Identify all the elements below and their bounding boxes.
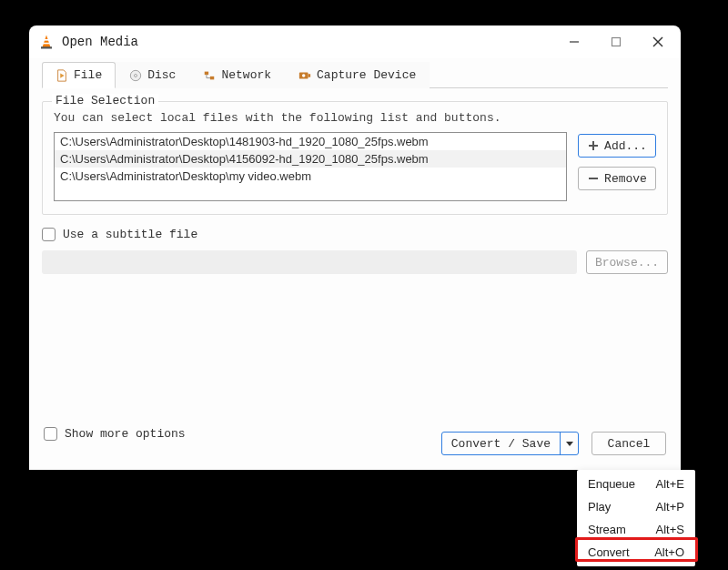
file-icon (56, 69, 68, 82)
menu-item-label: Stream (588, 523, 656, 536)
menu-item-label: Play (588, 500, 656, 514)
file-list[interactable]: C:\Users\Administrator\Desktop\1481903-h… (54, 132, 567, 201)
svg-point-16 (302, 74, 306, 77)
disc-icon (129, 69, 142, 82)
titlebar: Open Media (29, 25, 681, 58)
menu-item-play[interactable]: Play Alt+P (577, 495, 695, 518)
add-button[interactable]: Add... (578, 134, 656, 158)
remove-button-label: Remove (604, 172, 647, 186)
browse-button-label: Browse... (595, 256, 659, 270)
remove-button[interactable]: Remove (578, 167, 656, 190)
svg-point-10 (135, 74, 137, 76)
dialog-footer: Show more options Convert / Save Cancel (42, 402, 668, 461)
tab-file[interactable]: File (42, 62, 116, 88)
cancel-button[interactable]: Cancel (592, 432, 666, 455)
minus-icon (587, 172, 600, 185)
subtitle-checkbox-label: Use a subtitle file (63, 228, 197, 241)
svg-rect-5 (612, 38, 621, 46)
list-item[interactable]: C:\Users\Administrator\Desktop\4156092-h… (55, 150, 566, 168)
subtitle-path-field (42, 250, 577, 274)
tab-capture-device[interactable]: Capture Device (285, 62, 430, 88)
vlc-cone-icon (38, 34, 55, 50)
tab-disc-label: Disc (147, 68, 176, 82)
svg-marker-0 (43, 36, 51, 48)
tab-file-label: File (74, 68, 102, 82)
window-title: Open Media (62, 35, 566, 49)
svg-rect-17 (308, 74, 311, 77)
dialog-body: File Disc Network Capture Device (29, 58, 681, 470)
menu-item-shortcut: Alt+P (656, 500, 684, 514)
window-controls (566, 34, 672, 50)
plus-icon (587, 139, 600, 152)
menu-item-convert[interactable]: Convert Alt+O (577, 541, 695, 564)
menu-item-stream[interactable]: Stream Alt+S (577, 518, 695, 541)
svg-rect-3 (41, 46, 52, 48)
convert-save-dropdown-toggle[interactable] (560, 433, 578, 454)
subtitle-checkbox[interactable] (42, 228, 56, 241)
svg-rect-11 (205, 71, 208, 75)
capture-device-icon (298, 69, 311, 82)
show-more-label: Show more options (65, 427, 186, 441)
convert-save-button[interactable]: Convert / Save (441, 432, 579, 455)
browse-button: Browse... (586, 250, 668, 274)
close-button[interactable] (650, 34, 666, 50)
menu-item-label: Convert (588, 545, 654, 559)
convert-save-menu: Enqueue Alt+E Play Alt+P Stream Alt+S Co… (577, 470, 695, 566)
subtitle-option: Use a subtitle file (42, 228, 668, 241)
caret-down-icon (565, 439, 574, 448)
source-tabs: File Disc Network Capture Device (42, 62, 668, 88)
convert-save-label: Convert / Save (442, 437, 560, 451)
file-selection-helper: You can select local files with the foll… (54, 111, 656, 125)
list-item[interactable]: C:\Users\Administrator\Desktop\1481903-h… (55, 133, 566, 150)
menu-item-enqueue[interactable]: Enqueue Alt+E (577, 473, 695, 495)
minimize-button[interactable] (566, 34, 582, 50)
tab-network[interactable]: Network (189, 62, 285, 88)
tab-capture-label: Capture Device (317, 68, 416, 82)
show-more-options[interactable]: Show more options (44, 427, 186, 441)
menu-item-shortcut: Alt+O (654, 545, 684, 559)
svg-marker-21 (566, 442, 573, 446)
file-selection-legend: File Selection (52, 94, 158, 107)
svg-rect-1 (44, 39, 48, 41)
svg-rect-2 (43, 43, 50, 45)
list-item[interactable]: C:\Users\Administrator\Desktop\my video.… (55, 168, 566, 185)
open-media-window: Open Media File (29, 25, 681, 470)
menu-item-label: Enqueue (588, 477, 656, 491)
show-more-checkbox[interactable] (44, 427, 57, 441)
menu-item-shortcut: Alt+E (656, 477, 684, 491)
network-icon (203, 69, 216, 82)
add-button-label: Add... (604, 139, 647, 153)
cancel-button-label: Cancel (608, 437, 651, 451)
svg-rect-12 (210, 76, 214, 79)
maximize-button[interactable] (608, 34, 624, 50)
menu-item-shortcut: Alt+S (656, 523, 684, 536)
tab-disc[interactable]: Disc (116, 62, 189, 88)
file-selection-group: File Selection You can select local file… (42, 101, 668, 215)
tab-network-label: Network (221, 68, 271, 82)
